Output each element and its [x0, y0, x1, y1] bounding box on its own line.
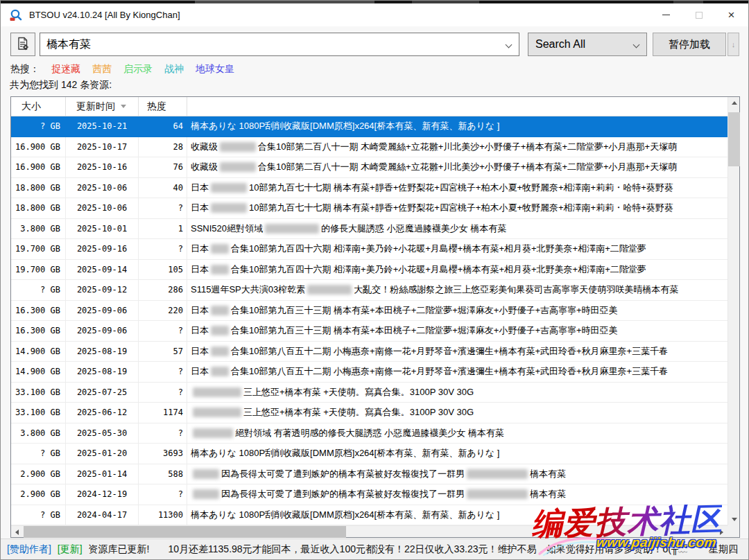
- table-row[interactable]: 16.300 GB2025-09-06?日本合集10部第九百三十三期 橋本有菜+…: [11, 321, 728, 342]
- table-row[interactable]: ? GB2025-09-12286S115週年SP大共演03榨乾素大亂交！粉絲感…: [11, 280, 728, 301]
- update-link[interactable]: [更新]: [58, 543, 83, 556]
- cell-heat: 28: [139, 137, 187, 157]
- scroll-left-button[interactable]: [11, 526, 23, 538]
- cell-size: ? GB: [11, 444, 66, 464]
- search-input[interactable]: 橋本有菜: [40, 33, 519, 56]
- chevron-down-icon[interactable]: [633, 42, 640, 49]
- table-row[interactable]: 16.900 GB2025-10-1676收藏级合集10部第二百八十一期 木崎愛…: [11, 157, 728, 178]
- table-row[interactable]: ? GB2024-04-1711300橋本ありな 1080P刮削收藏版[DMM原…: [11, 505, 728, 526]
- censored-text: [467, 489, 528, 499]
- cell-size: 18.800 GB: [11, 178, 66, 198]
- cell-heat: 57: [139, 342, 187, 362]
- table-row[interactable]: 2.900 GB2025-01-14588 因為長得太可愛了遭到嫉妒的橋本有菜被…: [11, 464, 728, 485]
- table-row[interactable]: 19.700 GB2025-09-14105日本合集10部第九百四十六期 相澤南…: [11, 260, 728, 281]
- title-text: 三上悠亞+橋本有菜 +天使萌。寫真合集。3100P 30V 30G: [243, 406, 474, 419]
- cell-heat: 64: [139, 116, 187, 137]
- scroll-down-button[interactable]: [728, 514, 740, 525]
- title-text: 因為長得太可愛了遭到嫉妒的橋本有菜被好友報復找了一群男: [221, 488, 465, 500]
- hot-search-link-3[interactable]: 启示录: [123, 63, 153, 76]
- close-button[interactable]: ×: [715, 3, 748, 26]
- censored-text: [211, 244, 229, 254]
- header-title[interactable]: [187, 97, 728, 116]
- cell-heat: 105: [139, 260, 187, 280]
- cell-title: 橋本ありな 1080P刮削收藏版[DMM原档]x264[桥本有菜、新有菜、新あり…: [187, 116, 728, 137]
- header-date[interactable]: 更新时间: [66, 97, 139, 116]
- sponsor-author-link[interactable]: [赞助作者]: [7, 543, 51, 556]
- censored-text: [193, 469, 219, 479]
- cell-title: 日本10部第九百七十七期 橋本有菜+靜香+佐野梨花+四宮桃子+柏木小夏+牧野麗奈…: [187, 178, 728, 198]
- results-table: 大小 更新时间 热度 ? GB2025-10-2164橋本ありな 1080P刮削…: [10, 96, 740, 538]
- cell-title: 橋本ありな 1080P刮削收藏版[DMM原档]x264[桥本有菜、新有菜、新あり…: [187, 444, 728, 464]
- censored-text: [211, 306, 229, 315]
- table-row[interactable]: 18.800 GB2025-10-06?日本10部第九百七十七期 橋本有菜+靜香…: [11, 198, 728, 219]
- title-text: 合集10部第二百八十一期 木崎愛麗絲+立花雛+川北美沙+小野優子+橋本有菜+二階…: [258, 161, 677, 173]
- table-row[interactable]: 14.900 GB2025-08-1957日本合集10部第八百五十二期 小梅惠奈…: [11, 342, 728, 362]
- hot-search-link-1[interactable]: 捉迷藏: [51, 63, 80, 76]
- search-engine-select[interactable]: Search All: [528, 33, 647, 56]
- title-text: 橋本ありな 1080P刮削收藏版[DMM原档]x264[桥本有菜、新有菜、新あり…: [191, 120, 499, 132]
- table-row[interactable]: 16.300 GB2025-09-06220日本合集10部第九百三十三期 橋本有…: [11, 301, 728, 322]
- title-text: 10部第九百七十七期 橋本有菜+靜香+佐野梨花+四宮桃子+柏木小夏+牧野麗奈+相…: [249, 182, 673, 194]
- cell-title: 絕對領域 有著透明感的修長大腿誘惑 小惡魔過膝襪美少女 橋本有菜: [187, 423, 728, 444]
- hot-search-link-5[interactable]: 地球女皇: [196, 63, 234, 76]
- search-settings-button[interactable]: [10, 33, 35, 56]
- header-heat[interactable]: 热度: [139, 97, 187, 116]
- cell-date: 2025-05-30: [66, 423, 139, 444]
- title-text: 橋本ありな 1080P刮削收藏版[DMM原档]x264[桥本有菜、新有菜、新あり…: [191, 509, 499, 521]
- table-row[interactable]: 14.900 GB2025-08-19?日本合集10部第八百五十二期 小梅惠奈+…: [11, 362, 728, 383]
- horizontal-scrollbar[interactable]: [11, 525, 728, 537]
- cell-date: 2025-09-06: [66, 301, 139, 321]
- table-row[interactable]: 3.800 GB2025-05-30?絕對領域 有著透明感的修長大腿誘惑 小惡魔…: [11, 423, 728, 444]
- cell-heat: 40: [139, 178, 187, 198]
- chevron-down-icon[interactable]: [506, 42, 513, 49]
- vertical-scroll-thumb[interactable]: [728, 112, 740, 166]
- table-row[interactable]: 3.800 GB2025-10-011SSNI520絕對領域 的修長大腿誘惑 小…: [11, 219, 728, 240]
- cell-date: 2025-01-20: [66, 444, 139, 464]
- cell-date: 2025-09-16: [66, 239, 139, 259]
- maximize-button[interactable]: [682, 3, 715, 26]
- cell-heat: ?: [139, 321, 187, 341]
- vertical-scrollbar[interactable]: [728, 97, 739, 525]
- title-text: 收藏级: [191, 141, 218, 153]
- cell-title: 因為長得太可愛了遭到嫉妒的橋本有菜被好友報復找了一群男 橋本有菜: [187, 464, 728, 484]
- table-row[interactable]: 33.100 GB2025-07-25? 三上悠亞+橋本有菜 +天使萌。寫真合集…: [11, 383, 728, 403]
- censored-text: [211, 203, 247, 213]
- censored-text: [467, 469, 528, 479]
- table-row[interactable]: 16.900 GB2025-10-1728收藏级合集10部第二百八十一期 木崎愛…: [11, 137, 728, 158]
- cell-heat: 588: [139, 464, 187, 484]
- triangle-down-icon: [732, 518, 737, 521]
- censored-text: [307, 285, 352, 295]
- cell-heat: 11300: [139, 505, 187, 525]
- title-text: 日本: [191, 365, 209, 378]
- cell-date: 2025-09-14: [66, 260, 139, 280]
- cell-title: 日本合集10部第八百五十二期 小梅惠奈+南條一花+月野琴音+濱邊彌生+橋本有菜+…: [187, 362, 728, 382]
- horizontal-scroll-thumb[interactable]: [24, 526, 346, 538]
- weekday-text: 星期四: [709, 543, 738, 556]
- table-row[interactable]: 33.100 GB2025-06-121174 三上悠亞+橋本有菜 +天使萌。寫…: [11, 403, 728, 423]
- table-row[interactable]: ? GB2025-01-203693橋本ありな 1080P刮削收藏版[DMM原档…: [11, 444, 728, 464]
- cell-date: 2025-07-25: [66, 383, 139, 403]
- title-text: 日本: [191, 263, 209, 276]
- scroll-right-button[interactable]: [716, 526, 728, 538]
- table-row[interactable]: 18.800 GB2025-10-0640日本10部第九百七十七期 橋本有菜+靜…: [11, 178, 728, 199]
- scroll-up-button[interactable]: [728, 97, 740, 109]
- title-text: 三上悠亞+橋本有菜 +天使萌。寫真合集。3100P 30V 30G: [243, 386, 474, 399]
- cell-date: 2025-10-16: [66, 157, 139, 177]
- table-row[interactable]: 2.900 GB2024-12-19? 因為長得太可愛了遭到嫉妒的橋本有菜被好友…: [11, 484, 728, 505]
- censored-text: [211, 183, 247, 193]
- hot-search-link-2[interactable]: 茜茜: [92, 63, 112, 76]
- header-size[interactable]: 大小: [11, 97, 66, 116]
- title-text: 日本: [191, 182, 209, 194]
- hot-search-link-4[interactable]: 战神: [164, 63, 184, 76]
- cell-title: SSNI520絕對領域 的修長大腿誘惑 小惡魔過膝襪美少女 橋本有菜: [187, 219, 728, 239]
- table-row[interactable]: 19.700 GB2025-09-16?日本合集10部第九百四十六期 相澤南+美…: [11, 239, 728, 260]
- minimize-button[interactable]: [650, 3, 682, 26]
- status-message: 10月还差1135.98元才能回本，最近收入100元都没有！22日仅收入33.2…: [168, 543, 687, 556]
- table-row[interactable]: ? GB2025-10-2164橋本ありな 1080P刮削收藏版[DMM原档]x…: [11, 116, 728, 137]
- cell-size: 16.900 GB: [11, 137, 66, 157]
- download-drop-button[interactable]: ↓: [728, 33, 739, 56]
- cell-date: 2025-09-12: [66, 280, 139, 300]
- cell-title: 日本合集10部第八百五十二期 小梅惠奈+南條一花+月野琴音+濱邊彌生+橋本有菜+…: [187, 342, 728, 362]
- title-text: 橋本ありな 1080P刮削收藏版[DMM原档]x264[桥本有菜、新有菜、新あり…: [191, 447, 499, 460]
- pause-loading-button[interactable]: 暂停加载: [653, 33, 726, 56]
